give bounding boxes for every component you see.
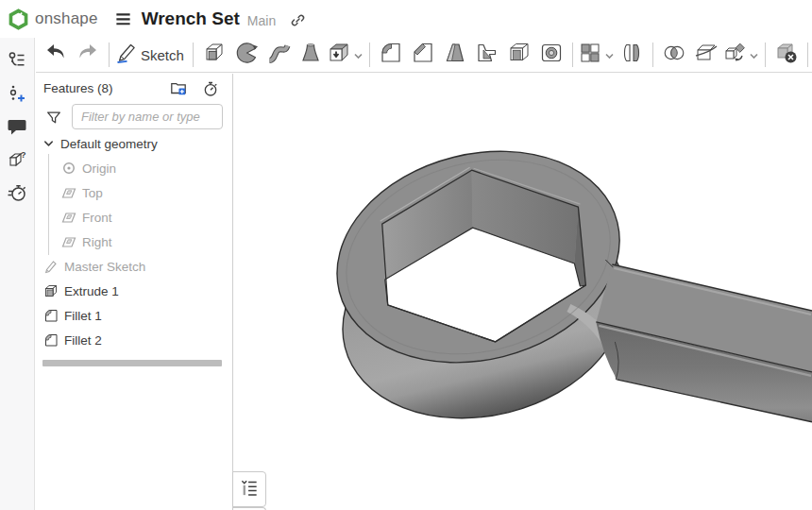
chevron-down-icon[interactable]: [352, 49, 364, 61]
toolbar-draft-button[interactable]: [439, 40, 471, 70]
toolbar-boolean-button[interactable]: [658, 40, 690, 70]
features-panel-title: Features (8): [43, 81, 113, 95]
filter-input[interactable]: [72, 104, 223, 129]
thicken-icon: [327, 41, 351, 69]
chevron-down-dark-icon: [42, 136, 55, 151]
model-viewport[interactable]: [233, 74, 812, 510]
plane-icon: [61, 234, 76, 249]
feature-tree-item-fillet-1[interactable]: Fillet 1: [36, 303, 232, 328]
toolbar-sketch-pencil-button[interactable]: Sketch: [114, 40, 188, 70]
draft-icon: [443, 41, 467, 69]
feature-tree-item-label: Master Sketch: [64, 260, 145, 274]
rollback-bar[interactable]: [42, 360, 222, 366]
sketch-mini-icon: [43, 259, 59, 274]
feature-tree-item-master-sketch[interactable]: Master Sketch: [36, 254, 232, 279]
origin-icon: [61, 161, 76, 176]
feature-tree-item-label: Origin: [82, 162, 116, 176]
panel-toggle-icon: [240, 478, 260, 502]
toolbar-redo-button[interactable]: [72, 40, 104, 70]
toolbar-separator: [807, 42, 808, 67]
toolbar-fillet-button[interactable]: [375, 40, 407, 70]
feature-tree-item-origin[interactable]: Origin: [36, 156, 232, 180]
plane-icon: [61, 210, 76, 225]
toolbar-transform-button[interactable]: [722, 40, 760, 70]
svg-text:?: ?: [21, 150, 26, 160]
create-folder-button[interactable]: [170, 80, 187, 97]
workspace-branch[interactable]: Main: [247, 13, 276, 28]
chamfer-icon: [411, 41, 435, 69]
stopwatch-button[interactable]: [202, 80, 219, 97]
feature-list-toggle-button[interactable]: [232, 471, 266, 507]
redo-icon: [76, 41, 100, 69]
feature-tree-item-label: Top: [82, 186, 103, 200]
undo-icon: [43, 41, 68, 69]
extrude-icon: [202, 41, 227, 69]
feature-tree: Default geometryOriginTopFrontRightMaste…: [36, 131, 232, 352]
toolbar-chamfer-button[interactable]: [407, 40, 439, 70]
mirror-icon: [619, 41, 644, 69]
rail-comment-button[interactable]: [7, 116, 27, 137]
feature-tree-item-front[interactable]: Front: [36, 205, 232, 230]
chevron-down-icon[interactable]: [748, 49, 760, 61]
share-link-icon[interactable]: [290, 12, 306, 28]
loft-icon: [298, 41, 323, 69]
shell-icon: [507, 41, 532, 69]
hole-icon: [539, 41, 564, 69]
onshape-logo-icon: [8, 8, 29, 30]
fillet-mini-icon: [43, 332, 59, 348]
feature-tree-item-label: Fillet 1: [64, 309, 102, 323]
boolean-icon: [662, 41, 686, 69]
split-icon: [694, 41, 719, 69]
rail-versions-add-button[interactable]: [7, 83, 27, 104]
feature-tree-item-label: Extrude 1: [64, 284, 119, 298]
feature-tree-item-label: Front: [82, 211, 112, 225]
rib-icon: [475, 41, 499, 69]
wrench-model[interactable]: [233, 74, 812, 510]
toolbar-thicken-button[interactable]: [327, 40, 364, 70]
toolbar-revolve-button[interactable]: [230, 40, 262, 70]
toolbar-extrude-button[interactable]: [198, 40, 230, 70]
toolbar-delete-part-button[interactable]: [770, 40, 803, 70]
features-panel: Features (8) Default geometryOriginTopFr…: [36, 74, 233, 510]
feature-tree-item-right[interactable]: Right: [36, 230, 232, 254]
feature-tree-item-fillet-2[interactable]: Fillet 2: [36, 328, 232, 352]
toolbar-separator: [765, 42, 766, 67]
toolbar-hole-button[interactable]: [535, 40, 567, 70]
rail-help-cube-button[interactable]: ?: [7, 149, 27, 170]
document-menu-icon[interactable]: [114, 10, 132, 28]
revolve-icon: [234, 41, 259, 69]
features-panel-header-icons: [170, 80, 219, 97]
toolbar-split-button[interactable]: [690, 40, 722, 70]
rail-timer-button[interactable]: [7, 182, 27, 203]
extrude-mini-icon: [43, 283, 59, 298]
plane-icon: [61, 185, 76, 200]
toolbar-linear-pattern-button[interactable]: [578, 40, 616, 70]
left-rail: ?: [0, 38, 35, 510]
rail-feature-list-button[interactable]: [7, 50, 27, 71]
fillet-mini-icon: [43, 308, 59, 323]
fillet-icon: [379, 41, 403, 69]
toolbar-loft-button[interactable]: [295, 40, 327, 70]
toolbar-undo-button[interactable]: [40, 40, 72, 70]
sketch-pencil-icon: [114, 41, 139, 69]
titlebar: onshape Wrench Set Main: [0, 0, 812, 38]
chevron-down-icon[interactable]: [603, 49, 616, 61]
feature-tree-item-top[interactable]: Top: [36, 180, 232, 205]
logo-text: onshape: [35, 9, 98, 28]
linear-pattern-icon: [578, 41, 602, 69]
feature-tree-item-default-geometry[interactable]: Default geometry: [36, 131, 232, 156]
toolbar-separator: [652, 42, 653, 67]
feature-tree-item-extrude-1[interactable]: Extrude 1: [36, 279, 232, 303]
toolbar-shell-button[interactable]: [503, 40, 535, 70]
toolbar-separator: [369, 42, 370, 67]
toolbar: Sketch: [36, 38, 812, 73]
filter-funnel-icon[interactable]: [45, 109, 62, 126]
toolbar-sweep-button[interactable]: [262, 40, 295, 70]
sweep-icon: [266, 41, 291, 69]
feature-tree-item-label: Default geometry: [60, 137, 158, 151]
feature-tree-item-label: Fillet 2: [64, 333, 102, 348]
delete-part-icon: [774, 41, 799, 69]
toolbar-rib-button[interactable]: [471, 40, 503, 70]
toolbar-mirror-button[interactable]: [616, 40, 648, 70]
document-title[interactable]: Wrench Set: [142, 8, 240, 29]
